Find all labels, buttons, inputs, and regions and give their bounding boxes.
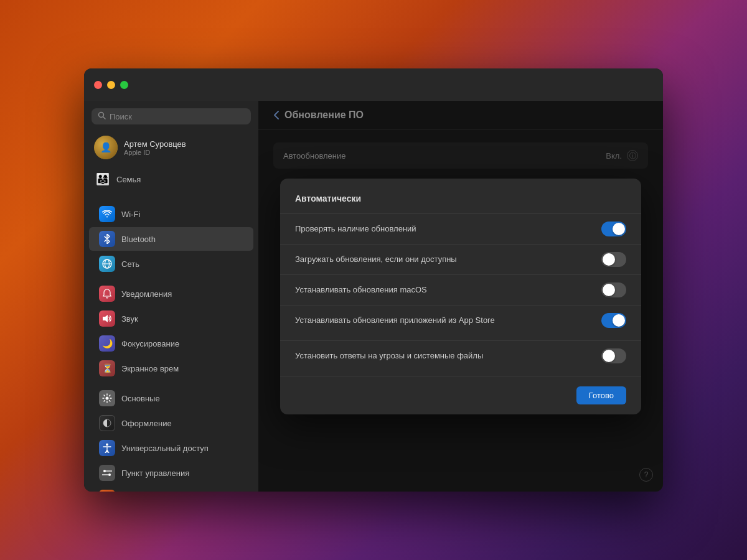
modal-row-check-label: Проверять наличие обновлений — [295, 224, 416, 233]
toggle-download[interactable] — [601, 252, 626, 267]
modal-row-install-macos-label: Устанавливать обновления macOS — [295, 285, 427, 294]
modal-row-download: Загружать обновления, если они доступны — [280, 244, 641, 274]
sidebar-item-sound[interactable]: Звук — [89, 307, 253, 330]
modal-row-install-appstore-label: Устанавливать обновления приложений из A… — [295, 315, 495, 325]
svg-marker-5 — [103, 315, 108, 322]
sidebar-item-wifi-label: Wi-Fi — [121, 210, 140, 219]
sidebar-item-network[interactable]: Сеть — [89, 252, 253, 276]
sidebar: Поиск 👤 Артем Суровцев Apple ID 👨‍👩‍👧 Се… — [84, 101, 258, 492]
family-section[interactable]: 👨‍👩‍👧 Семья — [84, 167, 258, 192]
focus-icon: 🌙 — [99, 335, 115, 352]
notifications-icon — [99, 286, 115, 302]
sidebar-item-control-label: Пункт управления — [121, 469, 189, 478]
toggle-install-appstore[interactable] — [601, 313, 626, 328]
user-name: Артем Суровцев — [124, 139, 186, 149]
user-subtitle: Apple ID — [124, 149, 186, 156]
sidebar-item-general-label: Основные — [121, 394, 160, 403]
family-icon: 👨‍👩‍👧 — [94, 170, 111, 188]
sound-icon — [99, 310, 115, 327]
title-bar — [84, 68, 663, 101]
svg-point-10 — [108, 474, 111, 476]
toggle-check[interactable] — [601, 222, 626, 236]
sidebar-item-network-label: Сеть — [121, 259, 139, 269]
sidebar-item-wifi[interactable]: Wi-Fi — [89, 202, 253, 226]
settings-window: Поиск 👤 Артем Суровцев Apple ID 👨‍👩‍👧 Се… — [84, 68, 663, 492]
sidebar-item-appearance-label: Оформление — [121, 419, 172, 428]
modal-row-install-appstore: Устанавливать обновления приложений из A… — [280, 305, 641, 335]
sidebar-item-focus[interactable]: 🌙 Фокусирование — [89, 332, 253, 355]
modal-row-security-label: Установить ответы на угрозы и системные … — [295, 351, 483, 360]
minimize-button[interactable] — [107, 81, 115, 89]
sidebar-item-bluetooth-label: Bluetooth — [121, 235, 156, 244]
sidebar-item-notifications-label: Уведомления — [121, 289, 172, 299]
sidebar-item-focus-label: Фокусирование — [121, 339, 179, 348]
general-icon — [99, 390, 115, 406]
modal-row-install-macos: Устанавливать обновления macOS — [280, 274, 641, 305]
search-container: Поиск — [84, 108, 258, 131]
window-body: Поиск 👤 Артем Суровцев Apple ID 👨‍👩‍👧 Се… — [84, 101, 663, 492]
user-section[interactable]: 👤 Артем Суровцев Apple ID — [84, 131, 258, 164]
sidebar-item-accessibility[interactable]: Универсальный доступ — [89, 436, 253, 460]
modal-overlay: Автоматически Проверять наличие обновлен… — [258, 101, 663, 492]
siri-icon — [99, 490, 115, 492]
sidebar-item-siri[interactable]: Siri и Spotlight — [89, 486, 253, 492]
sidebar-item-sound-label: Звук — [121, 314, 138, 324]
sidebar-item-accessibility-label: Универсальный доступ — [121, 444, 209, 453]
bluetooth-icon — [99, 231, 115, 247]
search-box[interactable]: Поиск — [92, 108, 251, 124]
screentime-icon: ⏳ — [99, 360, 115, 376]
svg-line-1 — [103, 117, 105, 119]
main-content: Обновление ПО Автообновление Вкл. ⓘ Авто… — [258, 101, 663, 492]
search-icon — [98, 111, 106, 121]
svg-point-8 — [106, 444, 108, 446]
modal-row-check: Проверять наличие обновлений — [280, 213, 641, 244]
user-info: Артем Суровцев Apple ID — [124, 139, 186, 156]
sidebar-item-general[interactable]: Основные — [89, 386, 253, 410]
traffic-lights — [94, 81, 128, 89]
accessibility-icon — [99, 440, 115, 456]
svg-point-0 — [99, 113, 104, 118]
sidebar-item-screentime-label: Экранное врем — [121, 364, 179, 373]
appearance-icon — [99, 415, 115, 431]
sidebar-item-appearance[interactable]: Оформление — [89, 411, 253, 435]
toggle-security[interactable] — [601, 348, 626, 363]
close-button[interactable] — [94, 81, 102, 89]
sidebar-item-notifications[interactable]: Уведомления — [89, 282, 253, 306]
sidebar-item-control[interactable]: Пункт управления — [89, 461, 253, 485]
done-button[interactable]: Готово — [576, 386, 626, 404]
modal-footer: Готово — [280, 376, 641, 414]
modal: Автоматически Проверять наличие обновлен… — [280, 179, 641, 414]
sidebar-item-bluetooth[interactable]: Bluetooth — [89, 227, 253, 251]
network-icon — [99, 256, 115, 272]
search-placeholder: Поиск — [110, 112, 132, 121]
sidebar-item-screentime[interactable]: ⏳ Экранное врем — [89, 357, 253, 380]
toggle-install-macos[interactable] — [601, 282, 626, 297]
modal-title: Автоматически — [280, 194, 641, 213]
maximize-button[interactable] — [120, 81, 128, 89]
family-label: Семья — [116, 175, 141, 184]
modal-row-security: Установить ответы на угрозы и системные … — [280, 340, 641, 371]
modal-row-download-label: Загружать обновления, если они доступны — [295, 254, 457, 264]
wifi-icon — [99, 206, 115, 222]
control-icon — [99, 465, 115, 481]
svg-point-6 — [106, 397, 109, 400]
avatar: 👤 — [94, 136, 118, 159]
